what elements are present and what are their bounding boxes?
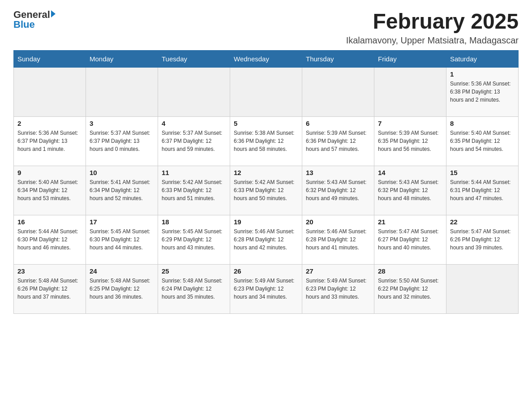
calendar-cell	[14, 68, 86, 117]
calendar-cell: 24Sunrise: 5:48 AM Sunset: 6:25 PM Dayli…	[86, 265, 158, 314]
day-info: Sunrise: 5:37 AM Sunset: 6:37 PM Dayligh…	[90, 129, 154, 153]
calendar-cell	[230, 68, 302, 117]
calendar-cell: 17Sunrise: 5:45 AM Sunset: 6:30 PM Dayli…	[86, 215, 158, 265]
day-number: 1	[450, 70, 515, 78]
day-number: 24	[90, 267, 154, 275]
calendar-cell: 5Sunrise: 5:38 AM Sunset: 6:36 PM Daylig…	[230, 117, 302, 166]
calendar-cell: 28Sunrise: 5:50 AM Sunset: 6:22 PM Dayli…	[374, 265, 446, 314]
calendar-cell: 4Sunrise: 5:37 AM Sunset: 6:37 PM Daylig…	[158, 117, 230, 166]
calendar-cell: 6Sunrise: 5:39 AM Sunset: 6:36 PM Daylig…	[302, 117, 374, 166]
day-number: 12	[234, 169, 298, 176]
day-info: Sunrise: 5:47 AM Sunset: 6:27 PM Dayligh…	[378, 227, 442, 252]
calendar-cell: 10Sunrise: 5:41 AM Sunset: 6:34 PM Dayli…	[86, 166, 158, 215]
day-number: 21	[378, 218, 442, 226]
calendar-week-5: 23Sunrise: 5:48 AM Sunset: 6:26 PM Dayli…	[14, 265, 519, 314]
day-number: 16	[17, 218, 82, 226]
calendar-cell: 21Sunrise: 5:47 AM Sunset: 6:27 PM Dayli…	[374, 215, 446, 265]
day-info: Sunrise: 5:45 AM Sunset: 6:29 PM Dayligh…	[162, 227, 226, 252]
day-info: Sunrise: 5:47 AM Sunset: 6:26 PM Dayligh…	[450, 227, 515, 252]
calendar-cell: 19Sunrise: 5:46 AM Sunset: 6:28 PM Dayli…	[230, 215, 302, 265]
calendar-cell: 27Sunrise: 5:49 AM Sunset: 6:23 PM Dayli…	[302, 265, 374, 314]
day-number: 25	[162, 267, 226, 275]
location-subtitle: Ikalamavony, Upper Matsiatra, Madagascar	[346, 35, 519, 46]
column-header-tuesday: Tuesday	[158, 51, 230, 68]
day-info: Sunrise: 5:49 AM Sunset: 6:23 PM Dayligh…	[234, 277, 298, 301]
day-info: Sunrise: 5:42 AM Sunset: 6:33 PM Dayligh…	[162, 178, 226, 202]
day-number: 9	[17, 169, 82, 176]
day-number: 10	[90, 169, 154, 176]
day-info: Sunrise: 5:37 AM Sunset: 6:37 PM Dayligh…	[162, 129, 226, 153]
day-info: Sunrise: 5:44 AM Sunset: 6:31 PM Dayligh…	[450, 178, 515, 202]
calendar-cell: 23Sunrise: 5:48 AM Sunset: 6:26 PM Dayli…	[14, 265, 86, 314]
calendar-cell: 9Sunrise: 5:40 AM Sunset: 6:34 PM Daylig…	[14, 166, 86, 215]
calendar-cell: 1Sunrise: 5:36 AM Sunset: 6:38 PM Daylig…	[446, 68, 519, 117]
day-info: Sunrise: 5:46 AM Sunset: 6:28 PM Dayligh…	[306, 227, 370, 252]
calendar-cell: 3Sunrise: 5:37 AM Sunset: 6:37 PM Daylig…	[86, 117, 158, 166]
calendar-cell: 11Sunrise: 5:42 AM Sunset: 6:33 PM Dayli…	[158, 166, 230, 215]
title-area: February 2025 Ikalamavony, Upper Matsiat…	[346, 9, 519, 46]
calendar-cell: 8Sunrise: 5:40 AM Sunset: 6:35 PM Daylig…	[446, 117, 519, 166]
day-number: 14	[378, 169, 442, 176]
calendar-week-2: 2Sunrise: 5:36 AM Sunset: 6:37 PM Daylig…	[14, 117, 519, 166]
day-info: Sunrise: 5:36 AM Sunset: 6:38 PM Dayligh…	[450, 80, 515, 104]
day-number: 2	[17, 120, 82, 127]
calendar-header-row: SundayMondayTuesdayWednesdayThursdayFrid…	[14, 51, 519, 68]
day-number: 11	[162, 169, 226, 176]
day-info: Sunrise: 5:49 AM Sunset: 6:23 PM Dayligh…	[306, 277, 370, 301]
day-info: Sunrise: 5:48 AM Sunset: 6:26 PM Dayligh…	[17, 277, 82, 301]
day-number: 19	[234, 218, 298, 226]
column-header-sunday: Sunday	[14, 51, 86, 68]
calendar-cell: 7Sunrise: 5:39 AM Sunset: 6:35 PM Daylig…	[374, 117, 446, 166]
day-number: 8	[450, 120, 515, 127]
day-number: 6	[306, 120, 370, 127]
day-info: Sunrise: 5:46 AM Sunset: 6:28 PM Dayligh…	[234, 227, 298, 252]
day-number: 26	[234, 267, 298, 275]
calendar-cell: 16Sunrise: 5:44 AM Sunset: 6:30 PM Dayli…	[14, 215, 86, 265]
calendar-cell: 25Sunrise: 5:48 AM Sunset: 6:24 PM Dayli…	[158, 265, 230, 314]
day-number: 4	[162, 120, 226, 127]
day-info: Sunrise: 5:39 AM Sunset: 6:35 PM Dayligh…	[378, 129, 442, 153]
day-info: Sunrise: 5:42 AM Sunset: 6:33 PM Dayligh…	[234, 178, 298, 202]
day-number: 18	[162, 218, 226, 226]
day-number: 28	[378, 267, 442, 275]
day-info: Sunrise: 5:40 AM Sunset: 6:34 PM Dayligh…	[17, 178, 82, 202]
day-info: Sunrise: 5:43 AM Sunset: 6:32 PM Dayligh…	[378, 178, 442, 202]
day-number: 15	[450, 169, 515, 176]
logo-arrow-icon	[51, 10, 56, 17]
month-title: February 2025	[346, 9, 519, 34]
column-header-saturday: Saturday	[446, 51, 519, 68]
calendar-cell: 14Sunrise: 5:43 AM Sunset: 6:32 PM Dayli…	[374, 166, 446, 215]
calendar-week-4: 16Sunrise: 5:44 AM Sunset: 6:30 PM Dayli…	[14, 215, 519, 265]
logo-blue-text: Blue	[13, 19, 35, 30]
calendar-cell: 20Sunrise: 5:46 AM Sunset: 6:28 PM Dayli…	[302, 215, 374, 265]
day-info: Sunrise: 5:36 AM Sunset: 6:37 PM Dayligh…	[17, 129, 82, 153]
calendar-cell	[86, 68, 158, 117]
calendar-cell	[302, 68, 374, 117]
day-number: 13	[306, 169, 370, 176]
day-number: 5	[234, 120, 298, 127]
day-info: Sunrise: 5:50 AM Sunset: 6:22 PM Dayligh…	[378, 277, 442, 301]
calendar-cell	[158, 68, 230, 117]
day-info: Sunrise: 5:43 AM Sunset: 6:32 PM Dayligh…	[306, 178, 370, 202]
day-number: 7	[378, 120, 442, 127]
day-info: Sunrise: 5:44 AM Sunset: 6:30 PM Dayligh…	[17, 227, 82, 252]
day-number: 20	[306, 218, 370, 226]
calendar-cell: 13Sunrise: 5:43 AM Sunset: 6:32 PM Dayli…	[302, 166, 374, 215]
day-info: Sunrise: 5:41 AM Sunset: 6:34 PM Dayligh…	[90, 178, 154, 202]
day-info: Sunrise: 5:39 AM Sunset: 6:36 PM Dayligh…	[306, 129, 370, 153]
calendar-cell: 12Sunrise: 5:42 AM Sunset: 6:33 PM Dayli…	[230, 166, 302, 215]
day-info: Sunrise: 5:48 AM Sunset: 6:24 PM Dayligh…	[162, 277, 226, 301]
day-number: 17	[90, 218, 154, 226]
day-number: 27	[306, 267, 370, 275]
calendar-cell	[374, 68, 446, 117]
calendar-cell: 26Sunrise: 5:49 AM Sunset: 6:23 PM Dayli…	[230, 265, 302, 314]
column-header-wednesday: Wednesday	[230, 51, 302, 68]
day-info: Sunrise: 5:48 AM Sunset: 6:25 PM Dayligh…	[90, 277, 154, 301]
day-number: 22	[450, 218, 515, 226]
column-header-friday: Friday	[374, 51, 446, 68]
calendar-table: SundayMondayTuesdayWednesdayThursdayFrid…	[13, 50, 519, 314]
column-header-monday: Monday	[86, 51, 158, 68]
column-header-thursday: Thursday	[302, 51, 374, 68]
calendar-week-3: 9Sunrise: 5:40 AM Sunset: 6:34 PM Daylig…	[14, 166, 519, 215]
calendar-cell: 15Sunrise: 5:44 AM Sunset: 6:31 PM Dayli…	[446, 166, 519, 215]
